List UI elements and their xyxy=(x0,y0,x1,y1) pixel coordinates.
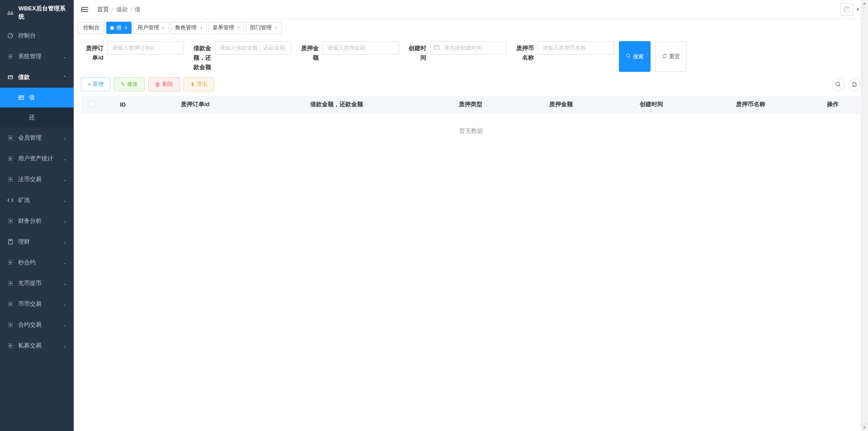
table-column-header: 质押币名称 xyxy=(697,96,805,113)
chevron-down-icon: ⌄ xyxy=(63,260,66,265)
svg-point-7 xyxy=(9,220,11,222)
chevron-down-icon: ⌄ xyxy=(63,323,66,328)
svg-point-6 xyxy=(9,178,11,180)
tab-菜单管理[interactable]: 菜单管理× xyxy=(208,22,244,34)
sidebar-item-法币交易[interactable]: 法币交易 ⌄ xyxy=(0,169,74,190)
sidebar-item-理财[interactable]: 理财 ⌄ xyxy=(0,231,74,252)
svg-rect-2 xyxy=(8,76,12,79)
search-button[interactable]: 搜索 xyxy=(619,41,651,72)
plus-icon: + xyxy=(88,81,91,88)
svg-rect-8 xyxy=(9,239,12,244)
sidebar-item-币币交易[interactable]: 币币交易 ⌄ xyxy=(0,294,74,314)
select-all-checkbox[interactable] xyxy=(89,101,95,107)
chevron-down-icon: ⌄ xyxy=(63,156,66,161)
close-icon[interactable]: × xyxy=(199,25,203,31)
质押币名称-input[interactable] xyxy=(538,41,614,55)
chevron-down-icon: ⌄ xyxy=(63,54,66,59)
chevron-down-icon: ⌄ xyxy=(63,302,66,307)
data-table: ID 质押订单id 借款金额，还款金额 质押类型 质押金额 创建时间 质押币名称… xyxy=(81,96,861,149)
table-column-header: 借款金额，还款金额 xyxy=(248,96,425,113)
sidebar-item-财务分析[interactable]: 财务分析 ⌄ xyxy=(0,211,74,231)
质押订单id-input[interactable] xyxy=(107,41,184,55)
sidebar-item-私募交易[interactable]: 私募交易 ⌄ xyxy=(0,335,74,356)
breadcrumb-item[interactable]: 首页 xyxy=(97,5,109,14)
breadcrumb-item: 借 xyxy=(135,5,141,14)
gear-icon xyxy=(7,135,14,141)
sidebar-item-矿池[interactable]: 矿池 ⌄ xyxy=(0,190,74,211)
gear-icon xyxy=(7,301,14,307)
hide-search-button[interactable] xyxy=(832,78,844,91)
field-label: 质押订单id xyxy=(81,41,104,63)
breadcrumb-item[interactable]: 借款 xyxy=(116,5,128,14)
logo[interactable]: WBEX后台管理系统 xyxy=(0,0,74,25)
reset-button[interactable]: 重置 xyxy=(655,41,687,72)
sidebar-item-借款[interactable]: 借款 ⌃ xyxy=(0,67,74,88)
sidebar-item-系统管理[interactable]: 系统管理 ⌄ xyxy=(0,46,74,67)
sidebar-item-控制台[interactable]: 控制台 xyxy=(0,25,74,46)
refresh-icon xyxy=(662,53,667,60)
借款金额-input[interactable] xyxy=(215,41,292,55)
tab-控制台[interactable]: 控制台 xyxy=(78,22,104,34)
table-icon xyxy=(18,94,24,101)
field-label: 创建时间 xyxy=(404,41,426,63)
close-icon[interactable]: × xyxy=(274,25,278,31)
code-icon xyxy=(7,197,14,203)
gear-icon xyxy=(7,218,14,224)
svg-rect-3 xyxy=(19,96,24,99)
export-button[interactable]: ⬇导出 xyxy=(184,77,214,91)
field-label: 质押金额 xyxy=(296,41,319,63)
close-icon[interactable]: × xyxy=(162,25,165,31)
sidebar-item-借[interactable]: 借 xyxy=(0,88,74,108)
breadcrumb: 首页 / 借款 / 借 xyxy=(97,5,141,14)
sidebar-item-用户资产统计[interactable]: 用户资产统计 ⌄ xyxy=(0,148,74,169)
table-column-header: 操作 xyxy=(805,96,861,113)
tabs: 控制台 借× 用户管理× 角色管理× 菜单管理× 部门管理× xyxy=(74,19,868,37)
gear-icon xyxy=(7,280,14,286)
dashboard-icon xyxy=(7,33,14,39)
table-column-header: 创建时间 xyxy=(606,96,697,113)
search-form: 质押订单id 借款金额，还款金额 质押金额 创建时间 xyxy=(81,41,861,72)
close-icon[interactable]: × xyxy=(237,25,240,31)
avatar[interactable] xyxy=(840,3,853,16)
delete-button[interactable]: 🗑删除 xyxy=(148,77,180,91)
hamburger-icon[interactable] xyxy=(81,5,90,14)
tab-借[interactable]: 借× xyxy=(106,22,132,34)
edit-button[interactable]: ✎修改 xyxy=(114,77,145,91)
toolbar: +新增 ✎修改 🗑删除 ⬇导出 xyxy=(81,77,861,91)
svg-point-4 xyxy=(9,137,11,139)
scrollbar[interactable]: ▲ ▼ xyxy=(861,0,868,431)
tab-部门管理[interactable]: 部门管理× xyxy=(246,22,282,34)
创建时间-input[interactable] xyxy=(430,41,507,55)
质押金额-input[interactable] xyxy=(322,41,399,55)
main: 首页 / 借款 / 借 ▾ 控制台 借× 用户管理× 角色管理× 菜单管理× 部… xyxy=(74,0,868,431)
svg-point-10 xyxy=(9,262,11,263)
scroll-down-icon[interactable]: ▼ xyxy=(861,424,868,431)
sidebar-item-充币提币[interactable]: 充币提币 ⌄ xyxy=(0,273,74,294)
header: 首页 / 借款 / 借 ▾ xyxy=(74,0,868,19)
logo-icon xyxy=(5,7,16,18)
chevron-down-icon: ⌄ xyxy=(63,239,66,244)
svg-point-18 xyxy=(836,82,840,86)
svg-rect-16 xyxy=(434,45,439,49)
tab-用户管理[interactable]: 用户管理× xyxy=(133,22,169,34)
scroll-up-icon[interactable]: ▲ xyxy=(861,0,868,7)
empty-state: 暂无数据 xyxy=(81,113,861,149)
calc-icon xyxy=(7,239,14,245)
svg-rect-9 xyxy=(9,240,12,241)
sidebar-item-还[interactable]: 还 xyxy=(0,108,74,127)
sidebar-item-会员管理[interactable]: 会员管理 ⌄ xyxy=(0,127,74,148)
sidebar-item-秒合约[interactable]: 秒合约 ⌄ xyxy=(0,252,74,273)
active-dot-icon xyxy=(110,26,114,30)
user-menu-caret[interactable]: ▾ xyxy=(855,7,861,12)
gear-icon xyxy=(7,176,14,183)
close-icon[interactable]: × xyxy=(124,25,127,31)
tab-角色管理[interactable]: 角色管理× xyxy=(171,22,207,34)
table-header-row: ID 质押订单id 借款金额，还款金额 质押类型 质押金额 创建时间 质押币名称… xyxy=(81,96,861,113)
chevron-down-icon: ⌄ xyxy=(63,136,66,141)
refresh-button[interactable] xyxy=(848,78,861,91)
gear-icon xyxy=(7,259,14,266)
add-button[interactable]: +新增 xyxy=(81,77,110,91)
search-icon xyxy=(626,53,631,60)
sidebar-item-合约交易[interactable]: 合约交易 ⌄ xyxy=(0,314,74,335)
svg-point-13 xyxy=(9,324,11,326)
